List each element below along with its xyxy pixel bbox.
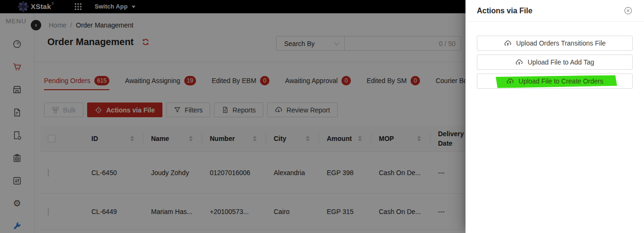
app-window: XStak ® Switch App MENU xyxy=(0,0,644,233)
cloud-upload-icon xyxy=(515,58,523,66)
cloud-upload-icon xyxy=(506,77,514,85)
actions-via-file-drawer: Actions via File Upload Orders Transitio… xyxy=(465,0,644,233)
upload-file-to-create-orders-label: Upload File to Create Orders xyxy=(519,77,603,85)
upload-file-to-add-tag-label: Upload File to Add Tag xyxy=(528,58,594,66)
upload-orders-transitions-file-button[interactable]: Upload Orders Transitions File xyxy=(477,36,633,51)
cloud-upload-icon xyxy=(504,39,512,47)
drawer-title: Actions via File xyxy=(477,7,532,15)
upload-file-to-add-tag-button[interactable]: Upload File to Add Tag xyxy=(477,55,633,70)
upload-orders-transitions-file-label: Upload Orders Transitions File xyxy=(516,39,606,47)
close-icon[interactable] xyxy=(624,6,633,15)
upload-file-to-create-orders-button[interactable]: Upload File to Create Orders xyxy=(477,74,633,89)
